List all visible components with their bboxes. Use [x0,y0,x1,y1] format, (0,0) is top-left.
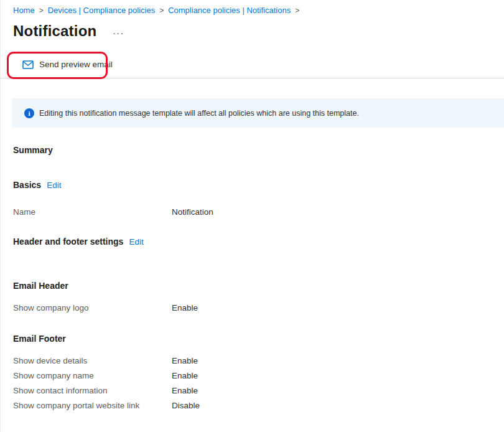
email-footer-row-contact-information: Show contact information Enable [13,386,198,395]
email-footer-row-company-name: Show company name Enable [13,371,198,380]
page-title: Notification [13,22,96,40]
header-footer-heading: Header and footer settings [13,237,123,247]
header-footer-section-heading: Header and footer settings Edit [13,237,144,247]
show-company-portal-website-link-label: Show company portal website link [13,401,172,410]
breadcrumb-devices-compliance-policies[interactable]: Devices | Compliance policies [48,6,155,15]
command-bar-divider [1,78,504,78]
breadcrumb-compliance-policies-notifications[interactable]: Compliance policies | Notifications [168,6,291,15]
email-header-heading: Email Header [13,281,68,291]
breadcrumb-separator: > [295,6,299,15]
info-banner: i Editing this notification message temp… [12,98,504,128]
show-company-portal-website-link-value: Disable [172,401,200,410]
notification-blade: Home>Devices | Compliance policies>Compl… [0,0,504,432]
email-footer-heading: Email Footer [13,334,66,344]
email-envelope-icon [22,60,34,69]
name-label: Name [13,207,172,217]
breadcrumb: Home>Devices | Compliance policies>Compl… [13,6,304,15]
info-banner-text: Editing this notification message templa… [39,109,359,118]
summary-heading: Summary [13,145,53,155]
show-contact-information-label: Show contact information [13,386,172,395]
basics-edit-link[interactable]: Edit [47,181,61,190]
command-bar: Send preview email [1,57,504,78]
title-row: Notification ... [13,22,127,40]
show-company-name-value: Enable [172,371,198,380]
email-footer-row-device-details: Show device details Enable [13,356,198,365]
show-device-details-value: Enable [172,356,198,365]
show-company-logo-label: Show company logo [13,303,172,312]
name-value: Notification [172,207,213,217]
breadcrumb-home[interactable]: Home [13,6,35,15]
breadcrumb-separator: > [159,6,164,15]
basics-heading: Basics [13,180,41,190]
email-footer-row-portal-website-link: Show company portal website link Disable [13,401,200,410]
show-company-logo-value: Enable [172,303,198,312]
show-company-name-label: Show company name [13,371,172,380]
show-device-details-label: Show device details [13,356,172,365]
more-menu-button[interactable]: ... [110,25,127,37]
info-icon: i [24,108,34,118]
show-contact-information-value: Enable [172,386,198,395]
send-preview-email-button[interactable]: Send preview email [21,57,114,72]
basics-row-name: Name Notification [13,207,213,217]
send-preview-email-label: Send preview email [39,60,113,69]
email-header-row-company-logo: Show company logo Enable [13,303,198,312]
breadcrumb-separator: > [39,6,44,15]
basics-section-heading: Basics Edit [13,180,61,190]
header-footer-edit-link[interactable]: Edit [129,237,143,247]
